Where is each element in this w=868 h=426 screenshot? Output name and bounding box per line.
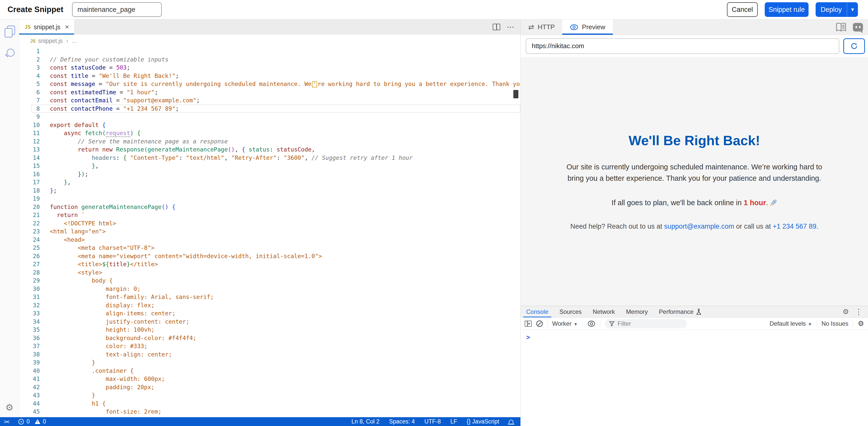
- code-line[interactable]: 41 max-width: 600px;: [19, 375, 520, 383]
- code-line[interactable]: 29 body {: [19, 277, 520, 285]
- discord-icon[interactable]: [853, 23, 863, 31]
- console-settings-gear-icon[interactable]: ⚙: [858, 320, 864, 327]
- code-line[interactable]: 35 height: 100vh;: [19, 326, 520, 334]
- code-line[interactable]: 18};: [19, 187, 520, 195]
- dock-side-icon[interactable]: [525, 321, 532, 327]
- code-line[interactable]: 7const contactEmail = "support@example.c…: [19, 96, 520, 105]
- deploy-button[interactable]: Deploy: [816, 2, 847, 17]
- copy-files-icon[interactable]: [4, 25, 14, 37]
- code-line[interactable]: 44 h1 {: [19, 400, 520, 408]
- issues-counter[interactable]: No Issues: [822, 320, 848, 327]
- line-number: 35: [19, 326, 40, 334]
- remote-indicator-icon[interactable]: ><: [4, 419, 8, 425]
- tab-http[interactable]: ⇄ HTTP: [521, 20, 562, 35]
- code-line[interactable]: 23<html lang="en">: [19, 227, 520, 236]
- snippet-rule-button[interactable]: Snippet rule: [765, 2, 809, 17]
- code-line[interactable]: 33 align-items: center;: [19, 309, 520, 318]
- problems-indicator[interactable]: × 0 0: [19, 418, 46, 425]
- code-line[interactable]: 3const statusCode = 503;: [19, 63, 520, 72]
- console-output[interactable]: >: [521, 330, 868, 426]
- code-line[interactable]: 32 display: flex;: [19, 301, 520, 310]
- close-tab-icon[interactable]: ×: [65, 23, 69, 31]
- code-line[interactable]: 45 font-size: 2rem;: [19, 407, 520, 416]
- code-line[interactable]: 40 .container {: [19, 367, 520, 375]
- code-line[interactable]: 43 }: [19, 391, 520, 400]
- devtools-tab-network[interactable]: Network: [587, 306, 620, 317]
- activity-bar: ⚙: [0, 20, 19, 417]
- phone-link[interactable]: +1 234 567 89: [773, 223, 816, 230]
- breadcrumb-file[interactable]: snippet.js: [38, 37, 63, 45]
- code-line[interactable]: 21 return `: [19, 211, 520, 219]
- gear-icon[interactable]: ⚙: [842, 308, 849, 315]
- code-line[interactable]: 6const estimatedTime = "1 hour";: [19, 88, 520, 96]
- code-line[interactable]: 37 color: #333;: [19, 342, 520, 350]
- code-line[interactable]: 15 },: [19, 162, 520, 170]
- code-line[interactable]: 14 headers: { "Content-Type": "text/html…: [19, 154, 520, 162]
- code-line[interactable]: 25 <meta charset="UTF-8">: [19, 244, 520, 252]
- breadcrumb[interactable]: JS snippet.js › …: [19, 34, 520, 47]
- code-line[interactable]: 46 color: #0056b3;: [19, 416, 520, 418]
- split-editor-icon[interactable]: [493, 24, 500, 30]
- clear-console-icon[interactable]: [536, 320, 543, 327]
- statusbar-item[interactable]: Ln 8, Col 2: [351, 418, 379, 425]
- code-line[interactable]: 4const title = "We'll Be Right Back!";: [19, 72, 520, 80]
- console-prompt[interactable]: >: [526, 334, 530, 341]
- context-selector[interactable]: Worker▼: [552, 320, 578, 327]
- code-line[interactable]: 13 return new Response(generateMaintenan…: [19, 145, 520, 154]
- code-line[interactable]: 38 text-align: center;: [19, 350, 520, 359]
- live-expression-eye-icon[interactable]: [587, 320, 596, 327]
- code-line[interactable]: 1: [19, 47, 520, 55]
- log-levels-selector[interactable]: Default levels▼: [770, 320, 812, 327]
- more-actions-icon[interactable]: ⋯: [507, 23, 514, 31]
- tab-snippet-js[interactable]: JS snippet.js ×: [19, 20, 74, 34]
- code-line[interactable]: 36 background-color: #f4f4f4;: [19, 334, 520, 342]
- code-line[interactable]: 34 justify-content: center;: [19, 318, 520, 326]
- search-icon[interactable]: [4, 49, 14, 59]
- docs-book-icon[interactable]: [836, 23, 846, 32]
- code-line[interactable]: 12 // Serve the maintenance page as a re…: [19, 137, 520, 146]
- line-number: 14: [19, 154, 40, 162]
- url-input[interactable]: [526, 38, 839, 54]
- devtools-tab-sources[interactable]: Sources: [554, 306, 587, 317]
- deploy-dropdown-button[interactable]: ▾: [847, 2, 858, 17]
- devtools-tab-console[interactable]: Console: [521, 306, 554, 317]
- code-line[interactable]: 20function generateMaintenancePage() {: [19, 203, 520, 211]
- code-line[interactable]: 2// Define your customizable inputs: [19, 55, 520, 64]
- code-line[interactable]: 39 }: [19, 359, 520, 367]
- code-line[interactable]: 9: [19, 113, 520, 121]
- email-link[interactable]: support@example.com: [664, 223, 734, 230]
- cancel-button[interactable]: Cancel: [727, 2, 758, 17]
- code-line[interactable]: 24 <head>: [19, 236, 520, 244]
- code-line[interactable]: 26 <meta name="viewport" content="width=…: [19, 252, 520, 260]
- statusbar-item[interactable]: UTF-8: [425, 418, 441, 425]
- statusbar-item[interactable]: {} JavaScript: [467, 418, 499, 425]
- statusbar-item[interactable]: LF: [451, 418, 457, 425]
- code-line[interactable]: 5const message = "Our site is currently …: [19, 80, 520, 88]
- breadcrumb-symbol[interactable]: …: [72, 37, 78, 45]
- code-line[interactable]: 22 <!DOCTYPE html>: [19, 219, 520, 228]
- tab-preview[interactable]: Preview: [562, 20, 613, 35]
- code-line[interactable]: 10export default {: [19, 121, 520, 129]
- code-line[interactable]: 16 });: [19, 170, 520, 178]
- settings-gear-icon[interactable]: ⚙: [5, 403, 13, 412]
- code-line[interactable]: 31 font-family: Arial, sans-serif;: [19, 293, 520, 301]
- devtools-tab-memory[interactable]: Memory: [620, 306, 653, 317]
- code-line[interactable]: 17 },: [19, 178, 520, 187]
- code-line[interactable]: 19: [19, 195, 520, 203]
- devtools-tab-performance[interactable]: Performance: [653, 306, 707, 317]
- code-line[interactable]: 30 margin: 0;: [19, 285, 520, 293]
- console-filter[interactable]: Filter: [605, 319, 687, 328]
- overview-ruler-mark[interactable]: [513, 90, 518, 98]
- notifications-bell-icon[interactable]: [509, 420, 513, 424]
- refresh-button[interactable]: [843, 38, 865, 54]
- code-line[interactable]: 8const contactPhone = "+1 234 567 89";: [19, 105, 520, 113]
- code-line[interactable]: 11 async fetch(request) {: [19, 129, 520, 137]
- statusbar-item[interactable]: Spaces: 4: [389, 418, 415, 425]
- code-line[interactable]: 28 <style>: [19, 268, 520, 277]
- url-bar: [521, 35, 868, 57]
- snippet-name-input[interactable]: [72, 2, 162, 17]
- code-line[interactable]: 42 padding: 20px;: [19, 383, 520, 392]
- code-editor[interactable]: 12// Define your customizable inputs3con…: [19, 47, 520, 417]
- kebab-menu-icon[interactable]: ⋮: [855, 308, 863, 316]
- code-line[interactable]: 27 <title>${title}</title>: [19, 260, 520, 268]
